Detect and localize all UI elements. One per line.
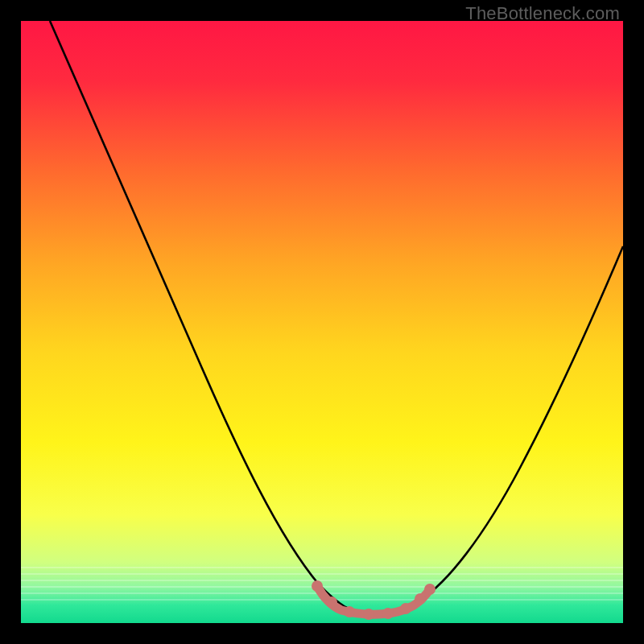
svg-rect-2 (21, 580, 623, 581)
svg-point-6 (312, 580, 323, 592)
chart-canvas (21, 21, 623, 623)
svg-point-7 (326, 597, 337, 608)
svg-rect-1 (21, 573, 623, 575)
gradient-background (21, 21, 623, 623)
chart-frame (21, 21, 623, 623)
svg-point-11 (400, 603, 411, 614)
svg-rect-0 (21, 567, 623, 568)
svg-point-9 (363, 609, 374, 620)
svg-point-10 (382, 608, 394, 619)
svg-point-12 (415, 593, 426, 605)
svg-point-13 (424, 584, 436, 595)
svg-point-8 (344, 606, 355, 617)
